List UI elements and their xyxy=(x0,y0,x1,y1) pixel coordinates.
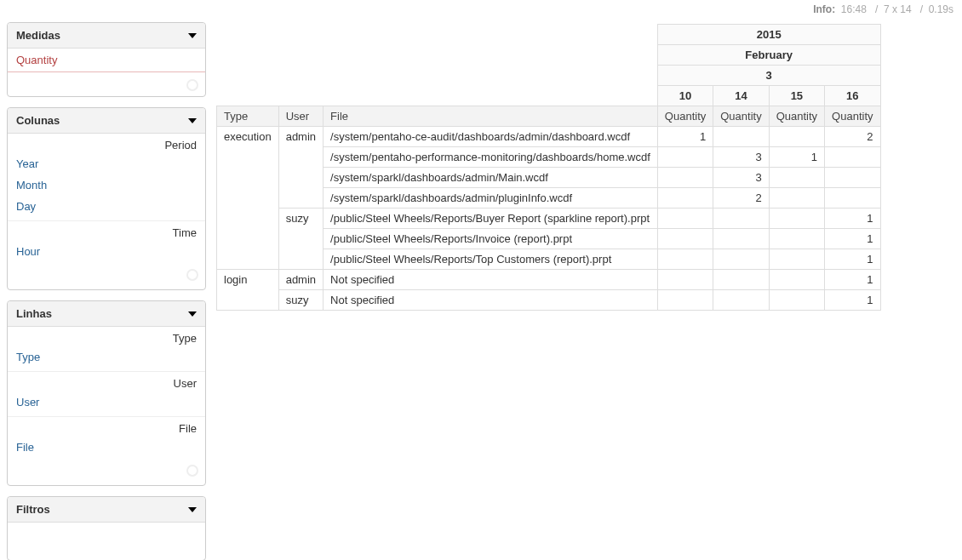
table-row: suzy /public/Steel Wheels/Reports/Buyer … xyxy=(217,209,881,229)
cell-value xyxy=(713,127,769,147)
cell-value: 2 xyxy=(825,127,880,147)
panel-colunas: Colunas Period Year Month Day Time Hour xyxy=(7,107,206,290)
col-month[interactable]: February xyxy=(657,45,880,66)
measure-quantity[interactable]: Quantity xyxy=(8,49,205,72)
col-hour[interactable]: 14 xyxy=(713,86,769,106)
row-dim-user: User xyxy=(278,106,323,127)
row-dim-type: Type xyxy=(217,106,279,127)
cell-file[interactable]: /system/sparkl/dashboards/admin/Main.wcd… xyxy=(324,168,658,188)
dim-month[interactable]: Month xyxy=(8,174,205,196)
cell-file[interactable]: Not specified xyxy=(324,290,658,311)
group-label-period: Period xyxy=(8,134,205,153)
dim-file[interactable]: File xyxy=(8,437,205,458)
panel-header-filtros[interactable]: Filtros xyxy=(8,497,205,523)
panel-title: Filtros xyxy=(16,503,50,516)
panel-linhas: Linhas Type Type User User File File xyxy=(7,300,206,486)
col-hour[interactable]: 15 xyxy=(769,86,824,106)
panel-title: Colunas xyxy=(16,114,60,127)
gear-icon[interactable] xyxy=(186,79,198,91)
pivot-table: 2015 February 3 10 14 15 16 xyxy=(216,24,881,311)
cell-file[interactable]: /system/sparkl/dashboards/admin/pluginIn… xyxy=(324,188,658,209)
panel-medidas: Medidas Quantity xyxy=(7,22,206,97)
cell-user[interactable]: suzy xyxy=(278,209,323,270)
cell-file[interactable]: /system/pentaho-ce-audit/dashboards/admi… xyxy=(324,127,658,147)
col-measure: Quantity xyxy=(825,106,880,127)
sidebar: Medidas Quantity Colunas Period Year Mon… xyxy=(0,17,206,560)
cell-user[interactable]: suzy xyxy=(278,290,323,311)
dim-hour[interactable]: Hour xyxy=(8,241,205,262)
group-label-file: File xyxy=(8,417,205,437)
group-label-user: User xyxy=(8,372,205,391)
cell-value xyxy=(769,127,824,147)
cell-user[interactable]: admin xyxy=(278,270,323,290)
panel-title: Linhas xyxy=(16,307,52,320)
panel-title: Medidas xyxy=(16,29,60,42)
cell-file[interactable]: /public/Steel Wheels/Reports/Invoice (re… xyxy=(324,229,658,249)
info-duration: 0.19s xyxy=(929,3,953,15)
cell-file[interactable]: Not specified xyxy=(324,270,658,290)
dim-day[interactable]: Day xyxy=(8,196,205,217)
cell-file[interactable]: /public/Steel Wheels/Reports/Top Custome… xyxy=(324,249,658,270)
info-label: Info: xyxy=(813,3,835,15)
col-hour[interactable]: 16 xyxy=(825,86,880,106)
caret-down-icon xyxy=(188,118,197,123)
panel-header-medidas[interactable]: Medidas xyxy=(8,23,205,49)
col-hour[interactable]: 10 xyxy=(657,86,713,106)
panel-header-colunas[interactable]: Colunas xyxy=(8,108,205,134)
info-time: 16:48 xyxy=(841,3,867,15)
row-dim-file: File xyxy=(324,106,658,127)
col-measure: Quantity xyxy=(713,106,769,127)
panel-header-linhas[interactable]: Linhas xyxy=(8,301,205,327)
dim-type[interactable]: Type xyxy=(8,346,205,368)
col-measure: Quantity xyxy=(657,106,713,127)
info-bar: Info: 16:48 / 7 x 14 / 0.19s xyxy=(0,0,962,17)
cell-user[interactable]: admin xyxy=(278,127,323,209)
cell-value: 1 xyxy=(657,127,713,147)
panel-filtros: Filtros xyxy=(7,496,206,560)
table-row: execution admin /system/pentaho-ce-audit… xyxy=(217,127,881,147)
caret-down-icon xyxy=(188,507,197,512)
col-measure: Quantity xyxy=(769,106,824,127)
dim-year[interactable]: Year xyxy=(8,153,205,174)
group-label-type: Type xyxy=(8,327,205,346)
pivot-area: 2015 February 3 10 14 15 16 xyxy=(206,17,962,311)
gear-icon[interactable] xyxy=(186,465,198,477)
table-row: suzy Not specified 1 xyxy=(217,290,881,311)
caret-down-icon xyxy=(188,33,197,38)
caret-down-icon xyxy=(188,311,197,317)
dim-user[interactable]: User xyxy=(8,391,205,413)
cell-file[interactable]: /system/pentaho-performance-monitoring/d… xyxy=(324,147,658,168)
col-day[interactable]: 3 xyxy=(657,66,880,86)
group-label-time: Time xyxy=(8,221,205,241)
cell-type[interactable]: login xyxy=(217,270,279,311)
cell-file[interactable]: /public/Steel Wheels/Reports/Buyer Repor… xyxy=(324,209,658,229)
cell-type[interactable]: execution xyxy=(217,127,279,270)
info-dims: 7 x 14 xyxy=(884,3,912,15)
col-year[interactable]: 2015 xyxy=(657,25,880,45)
table-row: login admin Not specified 1 xyxy=(217,270,881,290)
gear-icon[interactable] xyxy=(186,269,198,281)
